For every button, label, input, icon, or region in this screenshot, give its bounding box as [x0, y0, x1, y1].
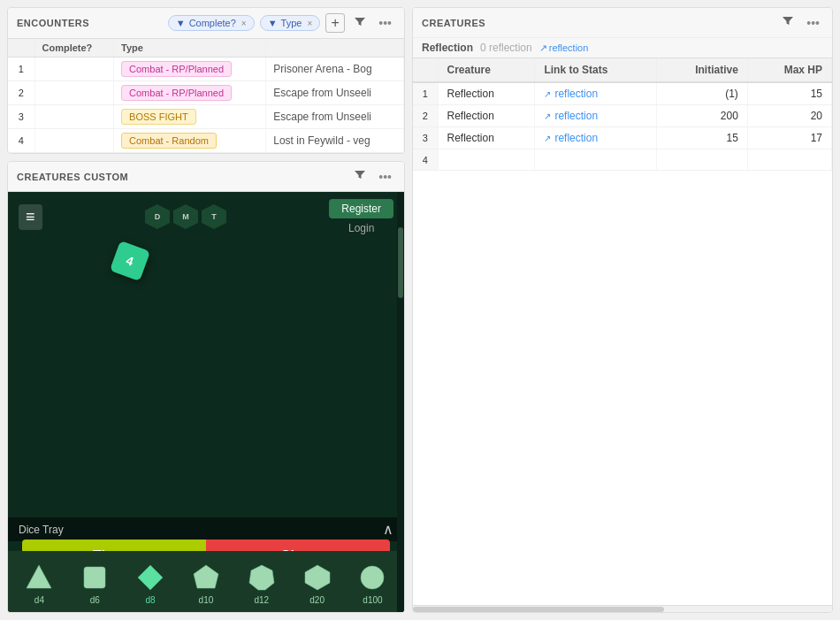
cr-col-1: Creature	[438, 58, 535, 82]
cr-col-3: Initiative	[656, 58, 747, 82]
die-icon-d100	[358, 563, 386, 592]
filter-complete-label: Complete?	[189, 18, 236, 28]
cr-cell-link: ↗reflection	[535, 105, 656, 127]
auth-buttons: Register Login	[329, 199, 393, 234]
cr-row-num: 3	[413, 127, 438, 149]
die-item-d8[interactable]: d8	[133, 560, 168, 609]
link-cell: ↗reflection	[544, 110, 646, 122]
die-item-d6[interactable]: d6	[77, 560, 112, 609]
creatures-more-btn[interactable]: •••	[803, 14, 823, 32]
die-item-d20[interactable]: d20	[300, 560, 335, 609]
creatures-custom-title: CREATURES Custom	[17, 172, 345, 182]
link-icon: ↗	[544, 111, 551, 121]
table-row[interactable]: 3 Reflection ↗reflection 15 17	[413, 127, 832, 149]
cr-row-num: 4	[413, 149, 438, 171]
filter-complete-chip[interactable]: ▼ Complete? ×	[168, 15, 255, 31]
encounters-header: ENCOUNTERS ▼ Complete? × ▼ Type × + •••	[8, 8, 404, 39]
dice-top-bar: ≡ D M T Register Login	[8, 192, 404, 241]
enc-row-num: 4	[8, 129, 34, 153]
link-icon: ↗	[544, 134, 551, 143]
die-label-d8: d8	[146, 595, 156, 605]
cr-cell-initiative	[656, 149, 747, 171]
creatures-panel: CREATURES ••• Reflection 0 reflection ↗ …	[412, 7, 833, 613]
right-panel: CREATURES ••• Reflection 0 reflection ↗ …	[412, 7, 833, 613]
die-icon-d8	[136, 563, 164, 592]
svg-point-6	[361, 566, 384, 589]
cr-cell-initiative: 200	[656, 105, 747, 127]
encounters-table-scroll[interactable]: Complete? Type 1 Combat - RP/Planned Pri…	[8, 39, 404, 153]
die-item-d100[interactable]: d100	[355, 560, 390, 609]
creatures-table-scroll[interactable]: CreatureLink to StatsInitiativeMax HP 1 …	[413, 58, 832, 605]
cr-cell-link	[535, 149, 656, 171]
creatures-header-wrapper: CREATURES ••• Reflection 0 reflection ↗ …	[413, 8, 832, 58]
creatures-title: CREATURES	[422, 18, 773, 28]
login-link[interactable]: Login	[329, 222, 393, 234]
svg-marker-3	[194, 565, 218, 588]
cr-cell-creature: Reflection	[438, 82, 535, 105]
die-label-d10: d10	[199, 595, 214, 605]
filter-complete-close[interactable]: ×	[241, 19, 247, 28]
table-row[interactable]: 2 Combat - RP/Planned Escape from Unseel…	[8, 81, 404, 105]
creature-stat-link[interactable]: reflection	[554, 110, 598, 122]
dice-tray-toggle-button[interactable]: ∧	[383, 521, 393, 538]
creatures-custom-filter-btn[interactable]	[350, 167, 370, 186]
encounters-filter-btn[interactable]	[350, 14, 370, 33]
svg-marker-5	[305, 565, 330, 590]
table-row[interactable]: 1 Reflection ↗reflection (1) 15	[413, 82, 832, 105]
enc-cell-desc: Prisoner Arena - Bog	[266, 57, 404, 81]
filter-type-close[interactable]: ×	[307, 19, 312, 28]
enc-cell-complete	[34, 129, 114, 153]
filter-type-icon: ▼	[268, 18, 278, 28]
add-encounter-button[interactable]: +	[325, 13, 345, 33]
link-icon: ↗	[544, 89, 551, 99]
die-item-d12[interactable]: d12	[244, 560, 279, 609]
die-label-d6: d6	[90, 595, 100, 605]
filter-type-chip[interactable]: ▼ Type ×	[260, 15, 321, 31]
reflection-count-badge: 0 reflection	[480, 42, 532, 54]
filter-icon: ▼	[176, 18, 186, 28]
die-item-d4[interactable]: d4	[21, 560, 57, 609]
die-icon-d12	[248, 563, 276, 592]
creatures-scrollbar-thumb	[413, 607, 664, 612]
creatures-custom-more-btn[interactable]: •••	[375, 168, 395, 186]
enc-cell-type: Combat - RP/Planned	[114, 81, 266, 105]
die-item-d10[interactable]: d10	[188, 560, 224, 609]
die-icon-d20	[303, 563, 332, 592]
reflection-link[interactable]: ↗ reflection	[539, 42, 589, 54]
table-row[interactable]: 4	[413, 149, 832, 171]
creatures-custom-panel: CREATURES Custom ••• ≡ D M T Register Lo…	[7, 161, 405, 613]
encounters-more-btn[interactable]: •••	[375, 14, 395, 32]
die-icon-d4	[25, 563, 53, 592]
cr-cell-maxhp: 15	[747, 82, 831, 105]
hex-t: T	[202, 204, 226, 229]
cr-cell-maxhp	[747, 149, 831, 171]
creatures-header: CREATURES •••	[413, 8, 832, 38]
register-button[interactable]: Register	[329, 199, 393, 218]
enc-cell-complete	[34, 81, 114, 105]
cr-col-0	[413, 58, 438, 82]
cr-cell-link: ↗reflection	[535, 127, 656, 149]
die-label-d12: d12	[254, 595, 269, 605]
hamburger-menu-button[interactable]: ≡	[19, 204, 42, 230]
table-row[interactable]: 1 Combat - RP/Planned Prisoner Arena - B…	[8, 57, 404, 81]
hex-d: D	[145, 204, 170, 229]
creatures-filter-btn[interactable]	[778, 13, 798, 32]
hex-logo: D M T	[145, 204, 226, 229]
creatures-horizontal-scrollbar[interactable]	[413, 605, 832, 612]
creature-stat-link[interactable]: reflection	[554, 88, 598, 100]
table-row[interactable]: 4 Combat - Random Lost in Feywild - veg	[8, 129, 404, 153]
creatures-table: CreatureLink to StatsInitiativeMax HP 1 …	[413, 58, 832, 171]
link-cell: ↗reflection	[544, 88, 646, 100]
table-row[interactable]: 3 BOSS FIGHT Escape from Unseeli	[8, 105, 404, 129]
creature-stat-link[interactable]: reflection	[554, 132, 598, 144]
cr-col-4: Max HP	[747, 58, 831, 82]
table-row[interactable]: 2 Reflection ↗reflection 200 20	[413, 105, 832, 127]
enc-row-num: 2	[8, 81, 34, 105]
creatures-sub-header: Reflection 0 reflection ↗ reflection	[413, 38, 832, 57]
cr-row-num: 1	[413, 82, 438, 105]
die-label-d20: d20	[309, 595, 325, 605]
dice-scrollbar[interactable]	[397, 192, 404, 612]
dice-icons-row: d4 d6 d8 d10 d12 d20 d100	[8, 551, 404, 612]
enc-col-num	[8, 39, 34, 57]
enc-cell-complete	[34, 105, 114, 129]
